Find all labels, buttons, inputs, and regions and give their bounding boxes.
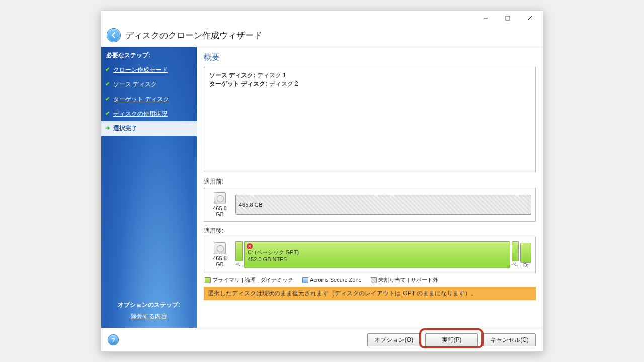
svg-rect-1 — [506, 16, 510, 20]
section-title: 概要 — [204, 52, 536, 63]
partition-small-2[interactable] — [512, 241, 519, 261]
step-clone-mode[interactable]: ✔クローン作成モード — [101, 63, 197, 77]
legend: プライマリ | 論理 | ダイナミック Acronis Secure Zone … — [204, 273, 536, 287]
exclude-content-link[interactable]: 除外する内容 — [105, 312, 193, 321]
minimize-button[interactable] — [474, 11, 497, 25]
hdd-icon — [214, 242, 226, 254]
wizard-window: ディスクのクローン作成ウィザード 必要なステップ: ✔クローン作成モード ✔ソー… — [101, 10, 543, 352]
warning-bar: 選択したディスクは現状のまま復元されます（ディスクのレイアウトは GPT のまま… — [204, 287, 536, 300]
main-panel: 概要 ソース ディスク: ディスク 1 ターゲット ディスク: ディスク 2 適… — [197, 47, 543, 328]
hdd-icon — [214, 192, 226, 204]
footer: ? オプション(O) 実行(P) キャンセル(C) — [101, 328, 543, 351]
disk-after: 465.8 GB ベ... ✕ C: (ベーシック GPT) 452.0 GB … — [204, 237, 536, 273]
swatch-primary — [205, 277, 211, 283]
options-button[interactable]: オプション(O) — [367, 333, 420, 346]
help-icon[interactable]: ? — [108, 335, 118, 345]
wizard-title: ディスクのクローン作成ウィザード — [125, 30, 262, 41]
check-icon: ✔ — [105, 96, 110, 102]
disk-icon: 465.8 GB — [208, 242, 231, 267]
before-label: 適用前: — [204, 177, 536, 186]
step-disk-usage[interactable]: ✔ディスクの使用状況 — [101, 107, 197, 121]
sidebar: 必要なステップ: ✔クローン作成モード ✔ソース ディスク ✔ターゲット ディス… — [101, 47, 197, 328]
cancel-button[interactable]: キャンセル(C) — [483, 333, 536, 346]
step-summary[interactable]: ➔選択完了 — [101, 121, 197, 136]
step-source-disk[interactable]: ✔ソース ディスク — [101, 77, 197, 92]
header: ディスクのクローン作成ウィザード — [101, 26, 543, 47]
steps-heading: 必要なステップ: — [101, 47, 197, 63]
check-icon: ✔ — [105, 110, 110, 117]
partition-unallocated[interactable]: 465.8 GB — [235, 195, 531, 215]
step-target-disk[interactable]: ✔ターゲット ディスク — [101, 92, 197, 107]
partition-d[interactable] — [520, 243, 531, 263]
proceed-button[interactable]: 実行(P) — [425, 333, 478, 346]
check-icon: ✔ — [105, 66, 110, 73]
disk-before: 465.8 GB 465.8 GB — [204, 188, 536, 222]
after-label: 適用後: — [204, 227, 536, 235]
back-button[interactable] — [107, 29, 120, 42]
close-button[interactable] — [519, 11, 541, 25]
optional-heading: オプションのステップ: — [105, 301, 193, 309]
disk-icon: 465.8 GB — [208, 192, 231, 217]
maximize-button[interactable] — [497, 11, 519, 25]
partition-small-1[interactable] — [235, 241, 243, 261]
arrow-right-icon: ➔ — [105, 125, 110, 131]
swatch-secure-zone — [302, 277, 308, 283]
optional-steps: オプションのステップ: 除外する内容 — [101, 296, 197, 328]
error-icon: ✕ — [247, 243, 253, 249]
summary-box: ソース ディスク: ディスク 1 ターゲット ディスク: ディスク 2 — [204, 67, 536, 172]
partition-c[interactable]: ✕ C: (ベーシック GPT) 452.0 GB NTFS — [244, 241, 510, 268]
titlebar — [101, 11, 543, 26]
check-icon: ✔ — [105, 81, 110, 87]
swatch-unallocated — [371, 277, 377, 283]
